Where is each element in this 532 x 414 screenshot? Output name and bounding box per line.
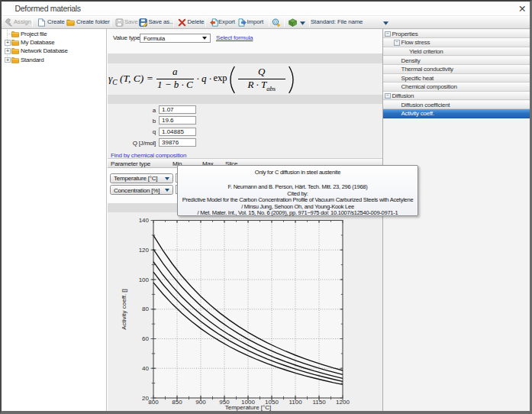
svg-text:60: 60 — [142, 335, 149, 342]
svg-text:Temperature [°C]: Temperature [°C] — [225, 404, 272, 411]
svg-text:40: 40 — [142, 365, 149, 372]
svg-text:Activity coeff. []: Activity coeff. [] — [121, 289, 127, 330]
svg-text:140: 140 — [139, 217, 150, 224]
svg-text:1150: 1150 — [312, 399, 326, 406]
svg-text:100: 100 — [139, 277, 150, 283]
svg-text:900: 900 — [195, 399, 206, 406]
svg-text:1200: 1200 — [336, 399, 350, 406]
svg-text:800: 800 — [148, 399, 159, 406]
svg-text:850: 850 — [172, 399, 182, 406]
svg-text:120: 120 — [139, 247, 150, 254]
svg-text:80: 80 — [142, 306, 149, 312]
svg-text:1100: 1100 — [289, 399, 302, 406]
